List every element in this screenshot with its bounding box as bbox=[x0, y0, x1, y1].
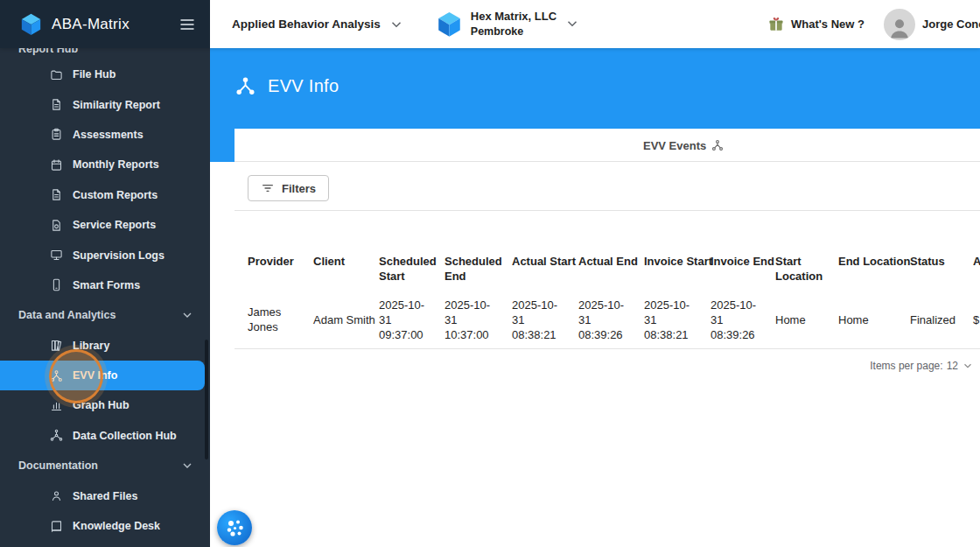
sidebar-item-label: Smart Forms bbox=[73, 279, 140, 291]
sidebar-item-label: Data Collection Hub bbox=[73, 430, 177, 442]
organization-selector[interactable]: Hex Matrix, LLC Pembroke bbox=[436, 10, 580, 39]
monitor-icon bbox=[50, 249, 63, 262]
sidebar-item-label: Custom Reports bbox=[73, 189, 158, 201]
org-name: Hex Matrix, LLC bbox=[471, 10, 556, 25]
chevron-down-icon bbox=[962, 360, 974, 372]
sidebar-item-smart-forms[interactable]: Smart Forms bbox=[0, 270, 210, 300]
tab-label: EVV Events bbox=[643, 139, 706, 152]
sidebar-item-monthly-reports[interactable]: Monthly Reports bbox=[0, 150, 210, 179]
items-per-page-select[interactable]: Items per page: 12 bbox=[234, 360, 974, 372]
cell-status: Finalized bbox=[897, 293, 960, 349]
sidebar-item-file-hub[interactable]: File Hub bbox=[0, 60, 210, 89]
sidebar-item-label: Shared Files bbox=[73, 490, 137, 502]
sidebar-item-similarity-report[interactable]: Similarity Report bbox=[0, 89, 210, 119]
sidebar-section-data-analytics[interactable]: Data and Analytics bbox=[0, 300, 210, 330]
sidebar-section-documentation[interactable]: Documentation bbox=[0, 451, 210, 480]
sidebar-item-label: Library bbox=[73, 340, 109, 352]
sidebar-group-label: Report Hub bbox=[18, 48, 210, 55]
user-avatar[interactable] bbox=[884, 9, 915, 40]
sidebar-item-supervision-logs[interactable]: Supervision Logs bbox=[0, 240, 210, 270]
chevron-down-icon bbox=[180, 459, 194, 473]
cell-start-location: Home bbox=[762, 293, 825, 349]
table-row[interactable]: James Jones Adam Smith 2025-10-31 09:37:… bbox=[234, 293, 980, 349]
sidebar-item-label: Assessments bbox=[73, 129, 144, 141]
sidebar-item-label: Similarity Report bbox=[73, 99, 160, 111]
chevron-down-icon bbox=[180, 308, 194, 322]
sidebar-item-label: Knowledge Desk bbox=[73, 520, 160, 532]
col-client: Client bbox=[300, 211, 366, 293]
org-branch: Pembroke bbox=[471, 25, 556, 39]
col-end-location: End Location bbox=[825, 211, 897, 293]
calendar-icon bbox=[50, 158, 63, 172]
whats-new-button[interactable]: What's New ? bbox=[767, 16, 864, 33]
col-actual-start: Actual Start bbox=[499, 211, 565, 293]
sidebar-item-assessments[interactable]: Assessments bbox=[0, 120, 210, 150]
sidebar-item-label: File Hub bbox=[73, 68, 116, 81]
sidebar-scrollbar[interactable] bbox=[205, 340, 208, 459]
items-per-page-label: Items per page: bbox=[870, 360, 942, 372]
hex-matrix-logo-icon bbox=[436, 11, 463, 38]
sidebar-item-graph-hub[interactable]: Graph Hub bbox=[0, 390, 210, 420]
sidebar-item-library[interactable]: Library bbox=[0, 331, 210, 361]
col-amount: A bbox=[960, 211, 980, 293]
data-hub-icon bbox=[50, 429, 63, 442]
cell-end-location: Home bbox=[825, 293, 897, 349]
col-start-location: Start Location bbox=[762, 211, 825, 293]
network-icon bbox=[50, 369, 63, 382]
sidebar-toggle-button[interactable] bbox=[178, 16, 196, 33]
user-name[interactable]: Jorge Conce bbox=[922, 18, 980, 31]
sidebar-item-label: Graph Hub bbox=[73, 399, 130, 411]
col-scheduled-start: Scheduled Start bbox=[366, 211, 431, 293]
book-icon bbox=[50, 520, 63, 533]
cell-scheduled-end: 2025-10-31 10:37:00 bbox=[431, 293, 499, 349]
section-label: Data and Analytics bbox=[18, 309, 180, 321]
tab-evv-events[interactable]: EVV Events bbox=[643, 129, 724, 162]
cell-actual-end: 2025-10-31 08:39:26 bbox=[565, 293, 631, 349]
filters-button-label: Filters bbox=[282, 182, 316, 195]
sidebar-item-shared-files[interactable]: Shared Files bbox=[0, 480, 210, 510]
practice-selector-label: Applied Behavior Analysis bbox=[232, 18, 381, 31]
sidebar-item-data-collection-hub[interactable]: Data Collection Hub bbox=[0, 421, 210, 451]
practice-selector[interactable]: Applied Behavior Analysis bbox=[232, 17, 404, 32]
tab-bar: EVV Events bbox=[234, 129, 980, 162]
gift-icon bbox=[767, 16, 785, 33]
sidebar-item-custom-reports[interactable]: Custom Reports bbox=[0, 180, 210, 210]
person-share-icon bbox=[50, 489, 63, 502]
chevron-down-icon bbox=[388, 17, 404, 32]
section-label: Documentation bbox=[18, 459, 180, 472]
cell-scheduled-start: 2025-10-31 09:37:00 bbox=[366, 293, 431, 349]
col-invoice-end: Invoice End bbox=[697, 211, 762, 293]
topbar-right: What's New ? Jorge Conce bbox=[767, 9, 980, 40]
brand-name: ABA-Matrix bbox=[52, 16, 170, 33]
accessibility-widget-button[interactable] bbox=[217, 510, 252, 545]
page-title-text: EVV Info bbox=[268, 76, 339, 96]
cell-client: Adam Smith bbox=[300, 293, 366, 349]
items-per-page-value: 12 bbox=[947, 360, 958, 372]
chevron-down-icon bbox=[564, 16, 580, 32]
cell-provider: James Jones bbox=[234, 293, 300, 349]
sidebar-item-knowledge-desk[interactable]: Knowledge Desk bbox=[0, 511, 210, 541]
sidebar-item-label: Supervision Logs bbox=[73, 249, 164, 262]
sidebar-item-label: Monthly Reports bbox=[73, 158, 159, 171]
whats-new-label: What's New ? bbox=[791, 18, 864, 31]
filters-button[interactable]: Filters bbox=[248, 175, 329, 201]
sidebar-item-label: Service Reports bbox=[73, 219, 156, 231]
cell-actual-start: 2025-10-31 08:38:21 bbox=[499, 293, 565, 349]
dots-icon bbox=[223, 516, 246, 539]
top-bar: ABA-Matrix Applied Behavior Analysis Hex… bbox=[0, 0, 980, 48]
col-provider: Provider bbox=[234, 211, 300, 293]
sidebar-item-label: EVV Info bbox=[73, 369, 117, 382]
sidebar-group-report-hub[interactable]: Report Hub bbox=[0, 48, 210, 60]
col-scheduled-end: Scheduled End bbox=[431, 211, 499, 293]
document-icon bbox=[50, 98, 63, 111]
cell-invoice-start: 2025-10-31 08:38:21 bbox=[631, 293, 697, 349]
sidebar-item-service-reports[interactable]: Service Reports bbox=[0, 210, 210, 240]
aba-matrix-logo-icon bbox=[19, 12, 43, 36]
filter-icon bbox=[261, 181, 275, 195]
workflow-icon bbox=[711, 139, 724, 151]
network-icon bbox=[234, 75, 256, 97]
sidebar-item-evv-info[interactable]: EVV Info bbox=[0, 361, 205, 390]
cell-amount: $ bbox=[960, 293, 980, 349]
evv-events-table: Provider Client Scheduled Start Schedule… bbox=[234, 210, 980, 349]
device-icon bbox=[50, 278, 63, 291]
